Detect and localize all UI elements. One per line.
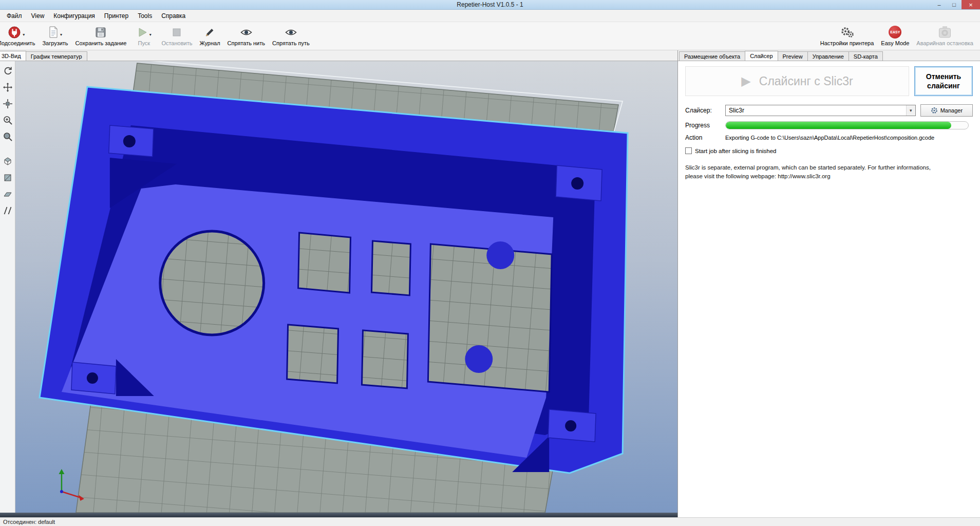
menu-item-config[interactable]: Конфигурация [49, 10, 100, 22]
move-object-button[interactable] [1, 96, 14, 111]
isometric-view-icon [3, 156, 13, 166]
magnifier-plus-icon [3, 115, 13, 125]
toolbar-spacer [313, 23, 817, 49]
emergency-stop-icon [938, 26, 952, 39]
right-tabs: Размещение объекта Слайсер Preview Управ… [678, 50, 980, 61]
status-connection: Отсоединен: default [3, 519, 55, 525]
progress-label: Progress [685, 122, 725, 129]
chevron-down-icon: ▾ [149, 32, 152, 37]
boss-notch [486, 241, 514, 269]
connect-icon [8, 26, 21, 39]
load-button[interactable]: ▾ Загрузить [39, 23, 71, 49]
viewport[interactable] [15, 61, 677, 513]
save-floppy-icon [95, 27, 106, 38]
3d-scene[interactable] [15, 61, 677, 513]
tab-preview[interactable]: Preview [778, 51, 808, 61]
save-job-button[interactable]: Сохранить задание [72, 23, 130, 49]
menu-item-help[interactable]: Справка [157, 10, 190, 22]
start-job-checkbox-label: Start job after slicing is finished [695, 148, 777, 154]
view-toolbar [0, 61, 15, 513]
menu-item-tools[interactable]: Tools [133, 10, 157, 22]
window-controls: – □ × [932, 0, 980, 9]
start-job-checkbox[interactable] [685, 147, 692, 154]
maximize-button[interactable]: □ [947, 0, 962, 9]
view-top-button[interactable] [1, 186, 14, 201]
emergency-stop-label: Аварийная остановка [916, 40, 973, 46]
view-area [0, 61, 677, 513]
manager-button[interactable]: Manager [920, 104, 973, 117]
view-front-button[interactable] [1, 170, 14, 185]
main-toolbar: ▾ Подсоединить ▾ Загрузить Сохранить зад… [0, 22, 980, 50]
tab-slicer[interactable]: Слайсер [745, 51, 778, 61]
measure-button[interactable] [1, 203, 14, 218]
close-button[interactable]: × [962, 0, 980, 9]
eye-icon [240, 27, 253, 38]
tab-temperature-graph[interactable]: График температур [26, 51, 87, 61]
move-object-icon [3, 99, 13, 109]
start-button: ▾ Пуск [130, 23, 158, 49]
menu-item-file[interactable]: Файл [2, 10, 27, 22]
chevron-down-icon[interactable]: ▾ [60, 32, 62, 37]
printer-settings-label: Настройки принтера [820, 40, 874, 46]
pencil-icon [204, 27, 215, 38]
boss-notch [465, 345, 493, 373]
stop-label: Остановить [161, 40, 192, 46]
menu-item-view[interactable]: View [27, 10, 49, 22]
easy-mode-button[interactable]: EASY Easy Mode [877, 23, 913, 49]
hide-travel-button[interactable]: Спрятать путь [269, 23, 313, 49]
move-view-button[interactable] [1, 80, 14, 95]
view-iso-button[interactable] [1, 154, 14, 168]
hide-filament-label: Спрятать нить [228, 40, 265, 46]
hide-filament-button[interactable]: Спрятать нить [224, 23, 269, 49]
gear-icon [931, 107, 938, 114]
hide-travel-label: Спрятать путь [272, 40, 310, 46]
load-label: Загрузить [42, 40, 68, 46]
magnifier-icon [3, 132, 13, 142]
status-bar: Отсоединен: default [0, 517, 980, 526]
menu-item-printer[interactable]: Принтер [100, 10, 133, 22]
view-tabs: 3D-Вид График температур [0, 50, 677, 61]
connect-button[interactable]: ▾ Подсоединить [0, 23, 39, 49]
log-button[interactable]: Журнал [196, 23, 223, 49]
log-splitter[interactable] [0, 513, 677, 517]
printer-settings-button[interactable]: Настройки принтера [817, 23, 878, 49]
easy-mode-label: Easy Mode [881, 40, 909, 46]
cancel-slicing-button[interactable]: Отменить слайсинг [914, 66, 973, 96]
slicer-select[interactable]: Slic3r ▾ [725, 105, 916, 116]
connect-label: Подсоединить [0, 40, 35, 46]
play-icon [137, 27, 148, 38]
gears-icon [840, 26, 854, 39]
slashes-icon [3, 205, 13, 216]
tab-control[interactable]: Управление [807, 51, 849, 61]
tab-3d-view[interactable]: 3D-Вид [0, 51, 26, 61]
zoom-button[interactable] [1, 112, 14, 127]
chevron-down-icon[interactable]: ▾ [906, 105, 915, 116]
menu-bar: Файл View Конфигурация Принтер Tools Спр… [0, 10, 980, 22]
start-job-checkbox-row[interactable]: Start job after slicing is finished [685, 147, 973, 154]
play-icon: ▶ [741, 74, 750, 88]
minimize-button[interactable]: – [932, 0, 947, 9]
start-label: Пуск [138, 40, 150, 46]
stop-button: Остановить [158, 23, 196, 49]
save-job-label: Сохранить задание [76, 40, 127, 46]
app-window: Repetier-Host V1.0.5 - 1 – □ × Файл View… [0, 0, 980, 526]
title-bar: Repetier-Host V1.0.5 - 1 – □ × [0, 0, 980, 10]
slicer-panel: ▶ Слайсинг с Slic3r Отменить слайсинг Сл… [678, 61, 980, 185]
top-view-icon [3, 189, 13, 199]
slicer-select-value: Slic3r [729, 107, 744, 114]
slicer-label: Слайсер: [685, 107, 725, 114]
chevron-down-icon[interactable]: ▾ [23, 32, 25, 37]
rotate-view-button[interactable] [1, 63, 14, 78]
zoom-area-button[interactable] [1, 129, 14, 144]
action-label: Action [685, 134, 725, 141]
manager-label: Manager [940, 107, 963, 114]
emergency-stop-button: Аварийная остановка [913, 23, 977, 49]
eye-icon [285, 27, 297, 38]
slice-button: ▶ Слайсинг с Slic3r [685, 66, 909, 96]
tab-sd-card[interactable]: SD-карта [849, 51, 883, 61]
rotate-icon [3, 66, 13, 76]
tab-object-placement[interactable]: Размещение объекта [679, 51, 745, 61]
main-area: 3D-Вид График температур [0, 50, 980, 517]
slice-button-label: Слайсинг с Slic3r [759, 74, 853, 88]
front-view-icon [3, 173, 13, 183]
